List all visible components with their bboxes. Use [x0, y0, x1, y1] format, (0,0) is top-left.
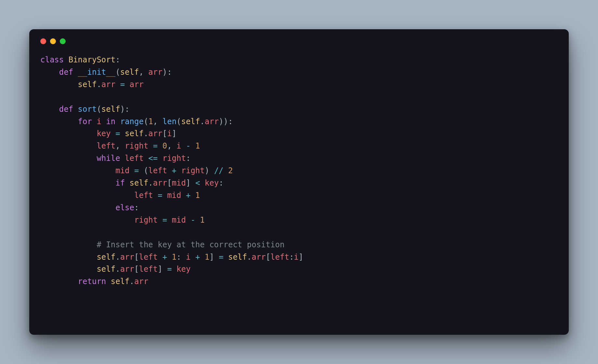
code-token: for — [78, 117, 92, 126]
code-token: ): — [120, 105, 130, 114]
code-token: + — [195, 253, 200, 262]
code-token — [40, 154, 97, 163]
code-token — [190, 191, 195, 200]
code-line: self.arr[left + 1: i + 1] = self.arr[lef… — [40, 253, 303, 262]
code-line: self.arr[left] = key — [40, 265, 190, 274]
code-token — [120, 154, 125, 163]
code-token: self — [78, 80, 97, 89]
code-token: [ — [134, 265, 139, 274]
code-token: mid — [172, 215, 186, 225]
code-token: left — [148, 166, 167, 175]
code-token: arr — [120, 253, 134, 262]
code-token: 1 — [172, 253, 176, 262]
code-token: in — [106, 117, 115, 126]
code-token — [73, 68, 78, 77]
code-token: ) — [205, 166, 214, 175]
code-token: = — [134, 166, 139, 175]
code-token — [190, 253, 195, 262]
code-token: ] — [209, 253, 219, 262]
code-token — [148, 141, 153, 150]
code-token: [ — [266, 253, 270, 262]
code-token: self — [97, 253, 115, 262]
minimize-icon[interactable] — [50, 38, 56, 44]
code-token: range — [120, 117, 144, 126]
code-token: : — [186, 154, 190, 163]
code-token: [ — [134, 253, 139, 262]
code-token: left — [97, 141, 115, 150]
code-token: + — [186, 191, 190, 200]
code-token — [40, 203, 115, 212]
code-token: = — [158, 191, 162, 200]
code-token: self — [97, 265, 115, 274]
code-token: = — [153, 141, 158, 150]
code-token — [224, 166, 228, 175]
code-token: arr — [130, 80, 144, 89]
code-token — [181, 191, 186, 200]
code-token — [40, 215, 134, 225]
code-token: if — [115, 178, 125, 188]
code-token — [186, 215, 190, 225]
code-token: len — [162, 117, 176, 126]
code-token: key — [205, 178, 219, 188]
code-token: # Insert the key at the correct position — [97, 240, 284, 249]
code-token: . — [247, 253, 252, 262]
code-token: = — [115, 129, 120, 138]
code-token — [92, 117, 97, 126]
code-editor[interactable]: class BinarySort: def __init__(self, arr… — [40, 54, 558, 288]
code-token: mid — [115, 166, 129, 175]
code-token: . — [97, 80, 101, 89]
code-token: arr — [101, 80, 115, 89]
code-token — [101, 117, 106, 126]
code-token: ( — [115, 68, 120, 77]
code-token — [130, 166, 134, 175]
code-token: . — [115, 265, 120, 274]
code-line: left, right = 0, i - 1 — [40, 141, 200, 150]
code-token — [167, 253, 172, 262]
code-token: = — [219, 253, 223, 262]
code-line: right = mid - 1 — [40, 215, 205, 225]
code-token: - — [186, 141, 190, 150]
code-token: )): — [219, 117, 233, 126]
code-token — [158, 154, 162, 163]
code-token: 1 — [195, 141, 200, 150]
code-token: ( — [176, 117, 181, 126]
code-line: return self.arr — [40, 277, 148, 286]
code-token: arr — [153, 178, 167, 188]
code-token: right — [125, 141, 148, 150]
code-token — [40, 80, 78, 89]
code-token — [139, 166, 143, 175]
code-line: mid = (left + right) // 2 — [40, 166, 233, 175]
code-token: 2 — [228, 166, 233, 175]
code-token — [172, 265, 176, 274]
code-token: mid — [172, 178, 186, 188]
code-token: 1 — [195, 191, 200, 200]
code-token — [40, 240, 97, 249]
code-token: : — [176, 253, 186, 262]
code-token: , — [115, 141, 125, 150]
code-token: 1 — [200, 215, 204, 225]
code-token: self — [228, 253, 247, 262]
code-token — [111, 129, 115, 138]
code-token — [200, 253, 204, 262]
code-token: = — [162, 215, 167, 225]
maximize-icon[interactable] — [60, 38, 66, 44]
code-token — [200, 178, 204, 188]
code-token — [106, 277, 110, 286]
code-token — [190, 141, 195, 150]
code-line: for i in range(1, len(self.arr)): — [40, 117, 233, 126]
code-token: arr — [120, 265, 134, 274]
code-token: - — [190, 215, 195, 225]
code-token: , — [153, 117, 162, 126]
code-token: self — [101, 105, 120, 114]
code-token: left — [125, 154, 144, 163]
code-token: right — [134, 215, 158, 225]
code-window: class BinarySort: def __init__(self, arr… — [29, 29, 569, 335]
code-token — [115, 117, 120, 126]
code-token — [115, 80, 120, 89]
code-token: else — [115, 203, 134, 212]
close-icon[interactable] — [40, 38, 46, 44]
code-token — [153, 191, 158, 200]
code-token: ] — [299, 253, 303, 262]
code-token — [120, 129, 125, 138]
window-controls — [40, 38, 558, 44]
